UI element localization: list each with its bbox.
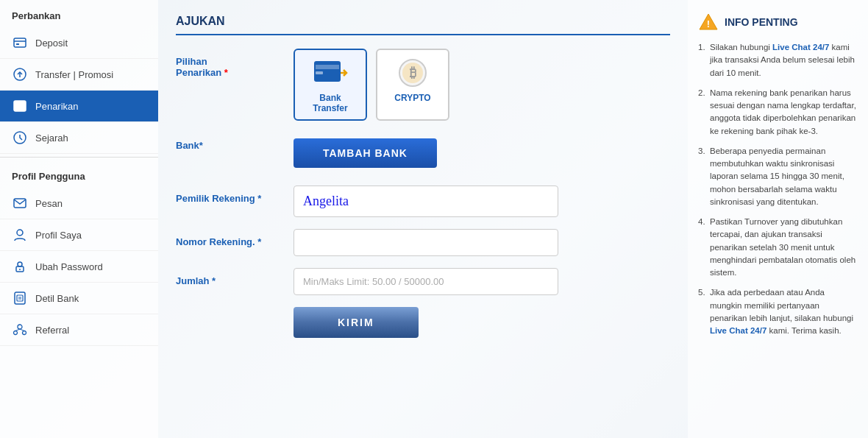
- info-item-3: Beberapa penyedia permainan membutuhkan …: [698, 145, 858, 208]
- crypto-icon: ₿: [394, 56, 431, 90]
- required-marker: *: [224, 67, 228, 78]
- pemilik-input[interactable]: [294, 186, 558, 217]
- crypto-option[interactable]: ₿ CRYPTO: [376, 49, 449, 121]
- sidebar-item-detil[interactable]: Detil Bank: [0, 283, 158, 314]
- sidebar-item-sejarah-label: Sejarah: [35, 133, 68, 144]
- bank-transfer-icon: [312, 56, 349, 90]
- svg-rect-14: [15, 292, 25, 304]
- pilihan-label: PilihanPenarikan *: [176, 49, 294, 78]
- sidebar-item-deposit-label: Deposit: [35, 38, 68, 49]
- svg-rect-15: [17, 295, 23, 301]
- tambah-bank-button[interactable]: TAMBAH BANK: [294, 138, 437, 168]
- bank-transfer-label: Bank Transfer: [304, 93, 357, 113]
- password-icon: [12, 258, 28, 275]
- svg-point-20: [23, 331, 26, 335]
- pemilik-label: Pemilik Rekening *: [176, 186, 294, 204]
- info-header: ! INFO PENTING: [698, 12, 858, 32]
- info-item-4: Pastikan Turnover yang dibutuhkan tercap…: [698, 216, 858, 279]
- svg-rect-24: [316, 65, 339, 69]
- sidebar-section-banking: Perbankan: [0, 0, 158, 27]
- kirim-button[interactable]: KIRIM: [294, 307, 419, 338]
- svg-point-13: [19, 269, 21, 270]
- sidebar-item-profil-label: Profil Saya: [35, 230, 82, 241]
- main-content: AJUKAN PilihanPenarikan *: [158, 0, 688, 438]
- deposit-icon: [12, 35, 28, 51]
- form-row-bank: Bank* TAMBAH BANK: [176, 133, 670, 174]
- bank-field: TAMBAH BANK: [294, 133, 670, 168]
- info-list: Silakan hubungi Live Chat 24/7 kami jika…: [698, 41, 858, 337]
- pilihan-field: Bank Transfer ₿ CRYPTO: [294, 49, 670, 121]
- jumlah-field: [294, 268, 670, 295]
- payment-options: Bank Transfer ₿ CRYPTO: [294, 49, 670, 121]
- sidebar-item-pesan-label: Pesan: [35, 198, 63, 209]
- bank-label: Bank*: [176, 133, 294, 151]
- sidebar-item-detil-label: Detil Bank: [35, 293, 79, 304]
- transfer-icon: [12, 66, 28, 82]
- sidebar-item-penarikan[interactable]: Penarikan: [0, 91, 158, 122]
- svg-rect-0: [14, 38, 26, 47]
- nomor-field: [294, 229, 670, 256]
- sidebar-item-deposit[interactable]: Deposit: [0, 27, 158, 59]
- referral-icon: [12, 322, 28, 338]
- svg-point-10: [17, 230, 23, 236]
- sidebar-section-profile: Profil Pengguna: [0, 160, 158, 188]
- form-row-pemilik: Pemilik Rekening *: [176, 186, 670, 217]
- sidebar-item-penarikan-label: Penarikan: [35, 101, 79, 112]
- info-item-5: Jika ada perbedaan atau Anda mungkin mem…: [698, 286, 858, 337]
- nomor-label: Nomor Rekening. *: [176, 229, 294, 247]
- svg-text:!: !: [707, 18, 710, 29]
- sidebar-item-referral-label: Referral: [35, 325, 69, 336]
- sidebar-item-referral[interactable]: Referral: [0, 314, 158, 346]
- sidebar-item-pesan[interactable]: Pesan: [0, 188, 158, 219]
- live-chat-link-1[interactable]: Live Chat 24/7: [772, 43, 829, 52]
- penarikan-icon: [12, 98, 28, 114]
- info-item-1: Silakan hubungi Live Chat 24/7 kami jika…: [698, 41, 858, 80]
- form-row-jumlah: Jumlah *: [176, 268, 670, 295]
- svg-point-11: [18, 262, 22, 266]
- profil-icon: [12, 227, 28, 243]
- sidebar-item-sejarah[interactable]: Sejarah: [0, 122, 158, 154]
- svg-line-22: [20, 329, 24, 331]
- svg-text:₿: ₿: [410, 66, 416, 80]
- detil-icon: [12, 290, 28, 306]
- bank-transfer-option[interactable]: Bank Transfer: [294, 49, 367, 121]
- warning-icon: !: [698, 12, 719, 32]
- svg-line-21: [15, 329, 20, 331]
- pesan-icon: [12, 195, 28, 211]
- pemilik-field: [294, 186, 670, 217]
- info-title: INFO PENTING: [725, 16, 798, 28]
- sidebar-item-profil[interactable]: Profil Saya: [0, 219, 158, 251]
- info-item-2: Nama rekening bank penarikan harus sesua…: [698, 87, 858, 138]
- info-panel: ! INFO PENTING Silakan hubungi Live Chat…: [688, 0, 868, 438]
- live-chat-link-2[interactable]: Live Chat 24/7: [710, 326, 766, 335]
- form-row-pilihan: PilihanPenarikan * Bank Transf: [176, 49, 670, 121]
- jumlah-input[interactable]: [294, 268, 558, 295]
- section-title: AJUKAN: [176, 15, 670, 35]
- sidebar-item-password-label: Ubah Password: [35, 261, 103, 272]
- form-row-nomor: Nomor Rekening. *: [176, 229, 670, 256]
- nomor-input[interactable]: [294, 229, 558, 256]
- sidebar-item-password[interactable]: Ubah Password: [0, 251, 158, 283]
- crypto-label: CRYPTO: [394, 93, 430, 103]
- sidebar-item-transfer[interactable]: Transfer | Promosi: [0, 59, 158, 91]
- svg-point-19: [14, 331, 18, 335]
- sidebar-item-transfer-label: Transfer | Promosi: [35, 69, 113, 80]
- svg-rect-9: [14, 199, 26, 208]
- sejarah-icon: [12, 130, 28, 146]
- svg-rect-25: [316, 71, 323, 74]
- sidebar: Perbankan Deposit Transfer | Promosi: [0, 0, 158, 438]
- svg-rect-2: [16, 43, 19, 45]
- jumlah-label: Jumlah *: [176, 268, 294, 286]
- svg-point-18: [18, 325, 22, 329]
